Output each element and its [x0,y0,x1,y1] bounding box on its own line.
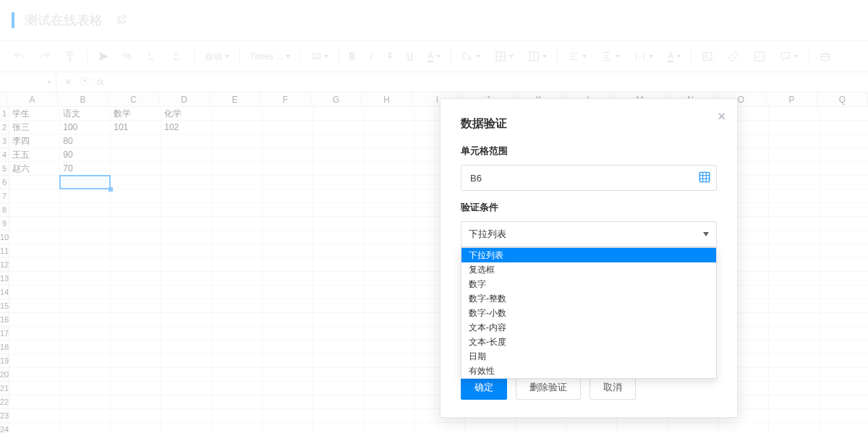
cell[interactable] [212,272,263,286]
row-header[interactable]: 1 [0,107,9,121]
cell[interactable] [111,409,161,423]
cell[interactable] [313,272,364,286]
cell[interactable] [161,354,212,368]
cell[interactable] [769,382,820,395]
cell[interactable] [111,189,161,203]
cell[interactable] [313,121,364,134]
row-header[interactable]: 22 [0,395,9,409]
cell[interactable] [364,203,414,217]
cell[interactable] [820,354,868,368]
cell[interactable] [9,258,60,272]
cell[interactable] [820,313,868,327]
name-box[interactable] [0,72,56,92]
range-picker-icon[interactable] [698,171,711,186]
cell[interactable] [263,368,313,382]
cell[interactable] [161,176,212,189]
cell[interactable] [111,327,161,340]
cell[interactable] [718,423,769,433]
column-header[interactable]: A [7,93,58,107]
cell[interactable] [313,203,364,217]
cell[interactable] [161,409,212,423]
cell-color-a-button[interactable]: A [660,46,688,67]
cell[interactable] [364,354,414,368]
cell[interactable] [263,313,313,327]
cell[interactable] [212,258,263,272]
cell[interactable] [263,423,313,433]
cell[interactable] [364,286,414,299]
cell[interactable] [364,244,414,258]
cell[interactable] [263,395,313,409]
cell[interactable] [9,327,60,340]
cell[interactable] [313,231,364,244]
cell[interactable] [111,340,161,354]
cell[interactable]: 语文 [60,107,111,121]
cell[interactable] [263,176,313,189]
condition-option[interactable]: 下拉列表 [461,248,716,262]
horizontal-align-button[interactable] [561,46,594,67]
cell[interactable]: 101 [111,121,161,134]
cell[interactable] [111,134,161,148]
cell[interactable] [161,203,212,217]
cell[interactable] [212,340,263,354]
cell[interactable] [566,423,617,433]
cell[interactable] [364,395,414,409]
cell[interactable] [60,340,111,354]
cell[interactable] [263,134,313,148]
cell[interactable] [769,107,820,121]
cell[interactable] [820,382,868,395]
cell[interactable] [60,176,111,189]
cell[interactable] [668,423,718,433]
insert-chart-button[interactable] [746,46,773,67]
redo-button[interactable] [32,46,58,67]
row-header[interactable]: 6 [0,176,9,189]
selection-fill-handle[interactable] [109,187,113,192]
cell[interactable] [364,176,414,189]
external-link-icon[interactable] [116,14,127,27]
cell[interactable] [9,340,60,354]
cell[interactable] [263,382,313,395]
row-header[interactable]: 19 [0,354,9,368]
row-header[interactable]: 2 [0,121,9,134]
row-header[interactable]: 3 [0,134,9,148]
cell[interactable] [769,409,820,423]
cell[interactable] [313,217,364,231]
number-format-dropdown[interactable]: 自动 [197,46,237,67]
cell[interactable] [769,121,820,134]
cell[interactable] [313,244,364,258]
cell[interactable] [364,258,414,272]
cell[interactable] [111,299,161,313]
cell[interactable] [60,231,111,244]
cell[interactable] [9,409,60,423]
cell[interactable] [212,299,263,313]
cell[interactable] [364,382,414,395]
cell[interactable] [212,368,263,382]
cell[interactable] [9,272,60,286]
cell[interactable] [60,286,111,299]
cell[interactable] [263,203,313,217]
cell[interactable] [60,382,111,395]
cell[interactable] [769,368,820,382]
cell[interactable] [9,395,60,409]
cell[interactable] [769,134,820,148]
cell-range-input[interactable] [461,165,717,191]
cell[interactable] [161,299,212,313]
row-header[interactable]: 10 [0,231,9,244]
cell[interactable] [820,340,868,354]
cell[interactable] [769,354,820,368]
cell[interactable] [364,340,414,354]
ok-button[interactable]: 确定 [461,375,507,400]
cell[interactable] [263,217,313,231]
cell[interactable] [9,203,60,217]
cell[interactable] [263,231,313,244]
cell[interactable] [60,395,111,409]
row-header[interactable]: 14 [0,286,9,299]
toolbox-button[interactable] [812,46,838,67]
cell[interactable] [820,423,868,433]
cell[interactable] [313,313,364,327]
cell[interactable] [364,107,414,121]
send-icon[interactable] [90,46,116,67]
cell[interactable] [313,409,364,423]
cell[interactable] [212,134,263,148]
undo-button[interactable] [6,46,32,67]
condition-option[interactable]: 复选框 [461,262,716,277]
